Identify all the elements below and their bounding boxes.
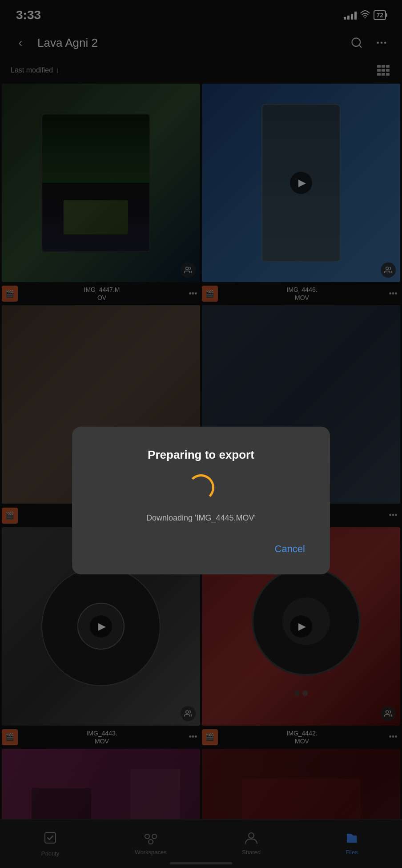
dialog-overlay: Preparing to export Downloading 'IMG_444… [0, 0, 402, 868]
dialog-message: Downloading 'IMG_4445.MOV' [146, 513, 256, 523]
cancel-button[interactable]: Cancel [268, 540, 312, 558]
export-dialog: Preparing to export Downloading 'IMG_444… [72, 427, 330, 574]
dialog-actions: Cancel [90, 540, 312, 558]
loading-spinner [188, 474, 214, 501]
dialog-title: Preparing to export [148, 448, 254, 462]
